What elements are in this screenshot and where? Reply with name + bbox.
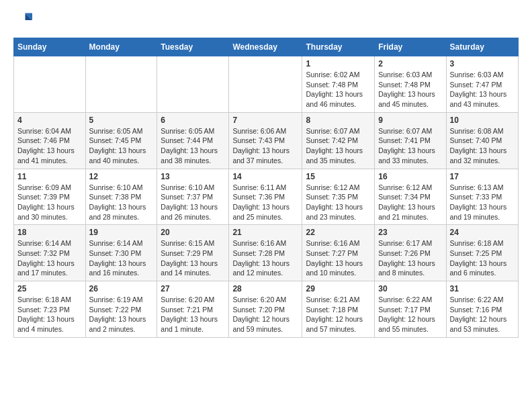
- header-sunday: Sunday: [14, 38, 86, 56]
- day-number: 18: [17, 228, 82, 237]
- header-friday: Friday: [375, 38, 446, 56]
- day-info: Sunrise: 6:18 AMSunset: 7:25 PMDaylight:…: [450, 238, 515, 278]
- calendar-cell: [229, 56, 302, 113]
- day-info: Sunrise: 6:15 AMSunset: 7:29 PMDaylight:…: [161, 238, 225, 278]
- day-info: Sunrise: 6:22 AMSunset: 7:16 PMDaylight:…: [450, 295, 515, 334]
- calendar-cell: 11Sunrise: 6:09 AMSunset: 7:39 PMDayligh…: [14, 169, 86, 225]
- day-info: Sunrise: 6:05 AMSunset: 7:44 PMDaylight:…: [161, 126, 225, 166]
- day-info: Sunrise: 6:06 AMSunset: 7:43 PMDaylight:…: [232, 126, 298, 166]
- calendar-cell: 22Sunrise: 6:16 AMSunset: 7:27 PMDayligh…: [302, 225, 375, 281]
- day-number: 10: [450, 116, 515, 125]
- day-info: Sunrise: 6:13 AMSunset: 7:33 PMDaylight:…: [450, 183, 515, 222]
- day-info: Sunrise: 6:09 AMSunset: 7:39 PMDaylight:…: [17, 183, 82, 222]
- day-number: 13: [161, 172, 225, 181]
- day-info: Sunrise: 6:12 AMSunset: 7:35 PMDaylight:…: [306, 183, 371, 222]
- calendar-table: SundayMondayTuesdayWednesdayThursdayFrid…: [13, 38, 519, 338]
- calendar-cell: 16Sunrise: 6:12 AMSunset: 7:34 PMDayligh…: [375, 169, 446, 225]
- day-info: Sunrise: 6:20 AMSunset: 7:21 PMDaylight:…: [161, 295, 225, 334]
- day-number: 26: [89, 284, 154, 293]
- calendar-cell: 26Sunrise: 6:19 AMSunset: 7:22 PMDayligh…: [85, 281, 157, 338]
- day-number: 9: [378, 116, 442, 125]
- calendar-cell: 1Sunrise: 6:02 AMSunset: 7:48 PMDaylight…: [302, 56, 375, 113]
- calendar-cell: 2Sunrise: 6:03 AMSunset: 7:48 PMDaylight…: [375, 56, 446, 113]
- day-info: Sunrise: 6:17 AMSunset: 7:26 PMDaylight:…: [378, 238, 442, 278]
- day-number: 17: [450, 172, 515, 181]
- header-wednesday: Wednesday: [229, 38, 302, 56]
- day-number: 6: [161, 116, 225, 125]
- day-info: Sunrise: 6:08 AMSunset: 7:40 PMDaylight:…: [450, 126, 515, 166]
- day-number: 27: [161, 284, 225, 293]
- day-info: Sunrise: 6:03 AMSunset: 7:48 PMDaylight:…: [378, 70, 442, 109]
- calendar-cell: 14Sunrise: 6:11 AMSunset: 7:36 PMDayligh…: [229, 169, 302, 225]
- day-number: 14: [232, 172, 298, 181]
- day-info: Sunrise: 6:14 AMSunset: 7:32 PMDaylight:…: [17, 238, 82, 278]
- day-number: 7: [232, 116, 298, 125]
- calendar-cell: 4Sunrise: 6:04 AMSunset: 7:46 PMDaylight…: [14, 112, 86, 169]
- day-number: 25: [17, 284, 82, 293]
- day-number: 5: [89, 116, 154, 125]
- calendar-cell: 28Sunrise: 6:20 AMSunset: 7:20 PMDayligh…: [229, 281, 302, 338]
- day-number: 24: [450, 228, 515, 237]
- calendar-header-row: SundayMondayTuesdayWednesdayThursdayFrid…: [14, 38, 519, 56]
- calendar-cell: [14, 56, 86, 113]
- day-number: 8: [306, 116, 371, 125]
- day-number: 16: [378, 172, 442, 181]
- calendar-cell: 10Sunrise: 6:08 AMSunset: 7:40 PMDayligh…: [446, 112, 519, 169]
- calendar-cell: 15Sunrise: 6:12 AMSunset: 7:35 PMDayligh…: [302, 169, 375, 225]
- day-number: 29: [306, 284, 371, 293]
- calendar-week-row: 11Sunrise: 6:09 AMSunset: 7:39 PMDayligh…: [14, 169, 519, 225]
- calendar-week-row: 25Sunrise: 6:18 AMSunset: 7:23 PMDayligh…: [14, 281, 519, 338]
- day-number: 22: [306, 228, 371, 237]
- day-info: Sunrise: 6:05 AMSunset: 7:45 PMDaylight:…: [89, 126, 154, 166]
- calendar-cell: 23Sunrise: 6:17 AMSunset: 7:26 PMDayligh…: [375, 225, 446, 281]
- calendar-cell: 27Sunrise: 6:20 AMSunset: 7:21 PMDayligh…: [157, 281, 229, 338]
- calendar-cell: 31Sunrise: 6:22 AMSunset: 7:16 PMDayligh…: [446, 281, 519, 338]
- day-number: 4: [17, 116, 82, 125]
- day-info: Sunrise: 6:22 AMSunset: 7:17 PMDaylight:…: [378, 295, 442, 334]
- day-info: Sunrise: 6:04 AMSunset: 7:46 PMDaylight:…: [17, 126, 82, 166]
- calendar-cell: 29Sunrise: 6:21 AMSunset: 7:18 PMDayligh…: [302, 281, 375, 338]
- calendar-week-row: 4Sunrise: 6:04 AMSunset: 7:46 PMDaylight…: [14, 112, 519, 169]
- day-number: 3: [450, 59, 515, 68]
- day-number: 19: [89, 228, 154, 237]
- day-info: Sunrise: 6:02 AMSunset: 7:48 PMDaylight:…: [306, 70, 371, 109]
- calendar-cell: 6Sunrise: 6:05 AMSunset: 7:44 PMDaylight…: [157, 112, 229, 169]
- day-info: Sunrise: 6:16 AMSunset: 7:27 PMDaylight:…: [306, 238, 371, 278]
- calendar-cell: 8Sunrise: 6:07 AMSunset: 7:42 PMDaylight…: [302, 112, 375, 169]
- header-saturday: Saturday: [446, 38, 519, 56]
- day-info: Sunrise: 6:10 AMSunset: 7:38 PMDaylight:…: [89, 183, 154, 222]
- day-info: Sunrise: 6:20 AMSunset: 7:20 PMDaylight:…: [232, 295, 298, 334]
- page-header: [13, 11, 519, 30]
- day-number: 28: [232, 284, 298, 293]
- calendar-cell: [85, 56, 157, 113]
- day-info: Sunrise: 6:12 AMSunset: 7:34 PMDaylight:…: [378, 183, 442, 222]
- calendar-cell: 5Sunrise: 6:05 AMSunset: 7:45 PMDaylight…: [85, 112, 157, 169]
- calendar-cell: 7Sunrise: 6:06 AMSunset: 7:43 PMDaylight…: [229, 112, 302, 169]
- day-number: 20: [161, 228, 225, 237]
- calendar-cell: 18Sunrise: 6:14 AMSunset: 7:32 PMDayligh…: [14, 225, 86, 281]
- calendar-cell: 24Sunrise: 6:18 AMSunset: 7:25 PMDayligh…: [446, 225, 519, 281]
- day-info: Sunrise: 6:16 AMSunset: 7:28 PMDaylight:…: [232, 238, 298, 278]
- day-info: Sunrise: 6:03 AMSunset: 7:47 PMDaylight:…: [450, 70, 515, 109]
- calendar-cell: 21Sunrise: 6:16 AMSunset: 7:28 PMDayligh…: [229, 225, 302, 281]
- day-number: 23: [378, 228, 442, 237]
- header-monday: Monday: [85, 38, 157, 56]
- calendar-cell: 19Sunrise: 6:14 AMSunset: 7:30 PMDayligh…: [85, 225, 157, 281]
- header-thursday: Thursday: [302, 38, 375, 56]
- calendar-cell: 3Sunrise: 6:03 AMSunset: 7:47 PMDaylight…: [446, 56, 519, 113]
- day-number: 1: [306, 59, 371, 68]
- day-info: Sunrise: 6:11 AMSunset: 7:36 PMDaylight:…: [232, 183, 298, 222]
- calendar-week-row: 1Sunrise: 6:02 AMSunset: 7:48 PMDaylight…: [14, 56, 519, 113]
- logo-icon: [13, 11, 32, 30]
- day-number: 15: [306, 172, 371, 181]
- day-info: Sunrise: 6:21 AMSunset: 7:18 PMDaylight:…: [306, 295, 371, 334]
- day-number: 2: [378, 59, 442, 68]
- day-number: 12: [89, 172, 154, 181]
- calendar-cell: 12Sunrise: 6:10 AMSunset: 7:38 PMDayligh…: [85, 169, 157, 225]
- calendar-cell: 30Sunrise: 6:22 AMSunset: 7:17 PMDayligh…: [375, 281, 446, 338]
- calendar-cell: 25Sunrise: 6:18 AMSunset: 7:23 PMDayligh…: [14, 281, 86, 338]
- calendar-cell: [157, 56, 229, 113]
- day-info: Sunrise: 6:10 AMSunset: 7:37 PMDaylight:…: [161, 183, 225, 222]
- day-number: 30: [378, 284, 442, 293]
- calendar-cell: 17Sunrise: 6:13 AMSunset: 7:33 PMDayligh…: [446, 169, 519, 225]
